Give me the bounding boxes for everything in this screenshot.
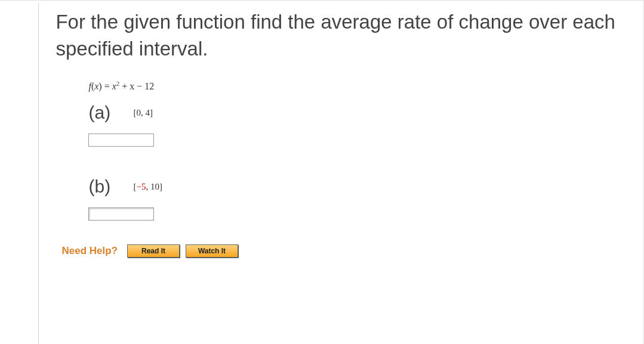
formula-rest: + x − 12 <box>119 81 154 91</box>
part-b-row: (b) [−5, 10] <box>88 176 634 197</box>
part-b-answer-input[interactable] <box>88 207 154 221</box>
interval-mid: , 10 <box>146 182 159 191</box>
read-it-button[interactable]: Read It <box>127 244 180 258</box>
interval-open: [0, <box>133 108 145 117</box>
part-b-interval: [−5, 10] <box>133 182 162 192</box>
interval-close: ] <box>159 182 162 191</box>
formula-x-arg: x <box>94 81 98 91</box>
part-b-input-row <box>88 207 634 221</box>
question-prompt: For the given function find the average … <box>56 9 634 62</box>
formula-x-body: x <box>112 81 116 91</box>
formula-f: f <box>88 81 91 91</box>
interval-mid: 4 <box>145 108 150 117</box>
part-a-answer-input[interactable] <box>88 134 154 147</box>
part-a-interval: [0, 4] <box>133 108 153 118</box>
part-a-input-row <box>88 134 634 147</box>
interval-neg: −5 <box>136 182 146 191</box>
page-container: For the given function find the average … <box>0 0 644 344</box>
content-panel: For the given function find the average … <box>38 3 634 344</box>
function-formula: f(x) = x2 + x − 12 <box>88 80 634 92</box>
watch-it-button[interactable]: Watch It <box>186 244 238 258</box>
help-row: Need Help? Read It Watch It <box>61 244 634 258</box>
left-margin <box>6 3 36 344</box>
interval-close: ] <box>150 108 153 117</box>
need-help-label: Need Help? <box>61 245 118 257</box>
part-a-label: (a) <box>88 103 133 123</box>
formula-equals: = <box>102 81 112 91</box>
part-a-row: (a) [0, 4] <box>88 103 634 123</box>
part-b-label: (b) <box>88 176 133 197</box>
